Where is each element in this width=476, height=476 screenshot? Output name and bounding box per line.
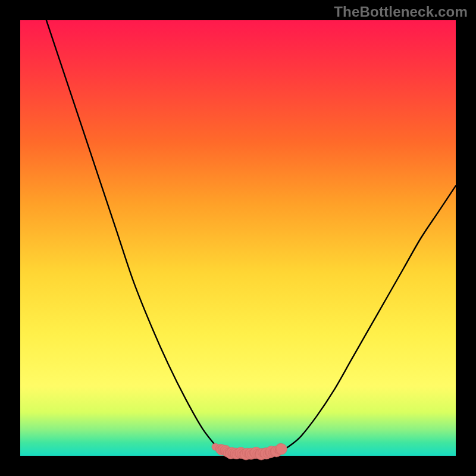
left-curve xyxy=(46,20,221,452)
bottom-marker-dot xyxy=(276,444,287,455)
right-curve xyxy=(281,186,456,452)
watermark-text: TheBottleneck.com xyxy=(334,4,468,20)
bottom-markers-group xyxy=(212,443,287,460)
chart-svg xyxy=(20,20,456,456)
plot-area xyxy=(20,20,456,456)
chart-frame: TheBottleneck.com xyxy=(0,0,476,476)
